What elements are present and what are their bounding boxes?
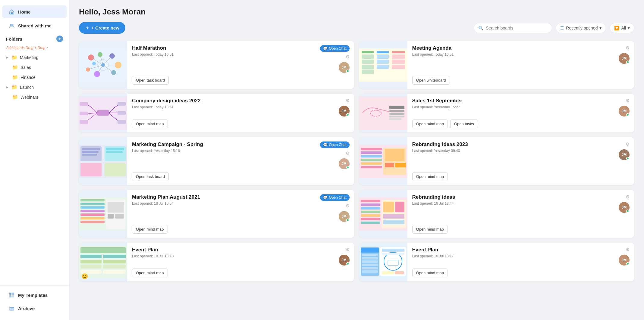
home-icon [8, 8, 15, 15]
card-thumbnail-event-plan-2 [359, 243, 407, 281]
card-right-marketing-plan-aug: 💬Open Chat ⚙ JM [318, 194, 349, 222]
cards-grid: Half Marathon Last opened: Today 10:51 💬… [79, 41, 634, 281]
svg-rect-62 [82, 151, 99, 153]
sidebar-item-home[interactable]: Home [2, 5, 67, 18]
card-meta-company-design: Last opened: Today 10:51 [132, 105, 336, 109]
gear-icon-sales-september[interactable]: ⚙ [626, 98, 630, 103]
card-thumbnail-rebranding-2023 [359, 137, 407, 185]
card-top-rebranding-2023: Rebranding ideas 2023 Last opened: Yeste… [412, 141, 630, 160]
folder-item-launch[interactable]: ▶ 📁 Launch [0, 82, 69, 92]
card-company-design: Company design ideas 2022 Last opened: T… [79, 94, 354, 132]
svg-rect-105 [103, 255, 126, 258]
svg-rect-36 [392, 54, 405, 59]
card-right-rebranding-2023: ⚙ JM [616, 141, 630, 160]
svg-rect-84 [80, 221, 105, 223]
card-info-rebranding-2023: Rebranding ideas 2023 Last opened: Yeste… [412, 141, 617, 153]
card-btn-primary-company-design[interactable]: Open mind map [132, 120, 168, 128]
card-title-marketing-plan-aug: Marketing Plan August 2021 [132, 194, 318, 200]
svg-rect-108 [80, 265, 102, 269]
folder-item-webinars[interactable]: 📁 Webinars [0, 92, 69, 102]
svg-rect-86 [108, 202, 124, 213]
folder-label-webinars: Webinars [20, 95, 38, 100]
gear-icon-half-marathon[interactable]: ⚙ [346, 54, 350, 60]
card-half-marathon: Half Marathon Last opened: Today 10:51 💬… [79, 41, 354, 89]
folder-item-sales[interactable]: 📁 Sales [0, 62, 69, 72]
card-info-rebranding: Rebranding ideas Last opened: 18 Jul 13:… [412, 194, 617, 206]
create-new-button[interactable]: ＋ + Create new [79, 22, 125, 34]
drag-action-text: Drag + Drop [26, 46, 46, 50]
drag-x[interactable]: × [46, 46, 49, 50]
svg-rect-67 [361, 148, 382, 150]
gear-icon-meeting-agenda[interactable]: ⚙ [626, 45, 630, 51]
card-btn-primary-marketing-plan-aug[interactable]: Open mind map [132, 225, 168, 234]
filter-chevron-icon: ▾ [628, 26, 630, 30]
gear-icon-event-plan-1[interactable]: ⚙ [346, 247, 350, 252]
sidebar-item-archive[interactable]: Archive [2, 302, 67, 315]
svg-rect-37 [392, 60, 405, 64]
card-btn-primary-event-plan-1[interactable]: Open mind map [132, 269, 168, 277]
card-btn-primary-meeting-agenda[interactable]: Open whiteboard [412, 76, 450, 85]
card-btn-secondary-sales-september[interactable]: Open tasks [450, 120, 478, 128]
gear-icon-marketing-plan-aug[interactable]: ⚙ [346, 203, 350, 209]
card-btn-primary-half-marathon[interactable]: Open task board [132, 76, 169, 85]
svg-rect-98 [383, 202, 394, 212]
gear-icon-rebranding[interactable]: ⚙ [626, 194, 630, 200]
svg-rect-53 [389, 116, 404, 117]
svg-rect-64 [106, 148, 124, 150]
chat-badge-marketing-spring[interactable]: 💬Open Chat [320, 141, 349, 148]
card-meta-event-plan-1: Last opened: 18 Jul 13:18 [132, 254, 336, 258]
gear-icon-company-design[interactable]: ⚙ [346, 98, 350, 103]
chat-badge-marketing-plan-aug[interactable]: 💬Open Chat [320, 194, 349, 201]
sidebar-archive-label: Archive [18, 306, 35, 311]
svg-rect-40 [392, 65, 405, 69]
sidebar-item-templates[interactable]: My Templates [2, 289, 67, 301]
card-right-event-plan-2: ⚙ JM [616, 247, 630, 266]
folder-label-sales: Sales [20, 65, 31, 70]
chat-badge-half-marathon[interactable]: 💬Open Chat [320, 45, 349, 52]
svg-rect-79 [80, 203, 105, 205]
card-title-marketing-spring: Marketing Campaign - Spring [132, 141, 318, 148]
card-btn-primary-event-plan-2[interactable]: Open mind map [412, 269, 448, 277]
svg-rect-30 [392, 51, 405, 53]
card-meta-marketing-spring: Last opened: Yesterday 15:16 [132, 149, 318, 153]
filter-label: All [621, 26, 626, 30]
card-thumbnail-rebranding [359, 190, 407, 238]
card-btn-primary-rebranding-2023[interactable]: Open mind map [412, 172, 448, 181]
card-rebranding-2023: Rebranding ideas 2023 Last opened: Yeste… [359, 137, 635, 185]
gear-icon-rebranding-2023[interactable]: ⚙ [626, 141, 630, 147]
svg-rect-65 [106, 151, 123, 153]
sidebar-item-shared[interactable]: Shared with me [2, 19, 67, 32]
card-actions-rebranding: Open mind map [412, 225, 630, 234]
card-body-rebranding-2023: Rebranding ideas 2023 Last opened: Yeste… [407, 137, 635, 185]
recently-opened-dropdown[interactable]: ☰ Recently opened ▾ [556, 23, 606, 33]
card-title-rebranding-2023: Rebranding ideas 2023 [412, 141, 617, 148]
card-btn-primary-rebranding[interactable]: Open mind map [412, 225, 448, 234]
svg-point-1 [10, 24, 12, 26]
card-thumbnail-marketing-spring [79, 137, 127, 185]
svg-rect-127 [395, 271, 404, 274]
folder-item-marketing[interactable]: ▶ 📁 Marketing [0, 52, 69, 62]
card-btn-primary-marketing-spring[interactable]: Open task board [132, 172, 169, 181]
svg-rect-103 [80, 247, 126, 253]
card-btn-primary-sales-september[interactable]: Open mind map [412, 120, 448, 128]
add-folder-button[interactable]: + [56, 36, 63, 42]
card-thumbnail-half-marathon [79, 41, 127, 89]
card-top-company-design: Company design ideas 2022 Last opened: T… [132, 98, 350, 117]
card-actions-event-plan-2: Open mind map [412, 269, 630, 277]
folder-icon-finance: 📁 [12, 74, 18, 80]
sidebar-bottom: My Templates Archive [0, 285, 69, 315]
card-meta-half-marathon: Last opened: Today 10:51 [132, 52, 318, 57]
gear-icon-marketing-spring[interactable]: ⚙ [346, 151, 350, 156]
card-actions-marketing-plan-aug: Open mind map [132, 225, 350, 234]
svg-rect-61 [82, 148, 100, 150]
card-title-sales-september: Sales 1st September [412, 98, 617, 104]
folder-item-finance[interactable]: 📁 Finance [0, 72, 69, 82]
filter-all-dropdown[interactable]: 🔽 All ▾ [610, 23, 634, 33]
card-top-marketing-plan-aug: Marketing Plan August 2021 Last opened: … [132, 194, 350, 222]
search-input[interactable] [486, 26, 548, 30]
card-rebranding: Rebranding ideas Last opened: 18 Jul 13:… [359, 190, 635, 238]
gear-icon-event-plan-2[interactable]: ⚙ [626, 247, 630, 252]
svg-rect-0 [11, 12, 13, 14]
filter-icon: 🔽 [614, 26, 619, 30]
sidebar-home-label: Home [18, 9, 31, 14]
